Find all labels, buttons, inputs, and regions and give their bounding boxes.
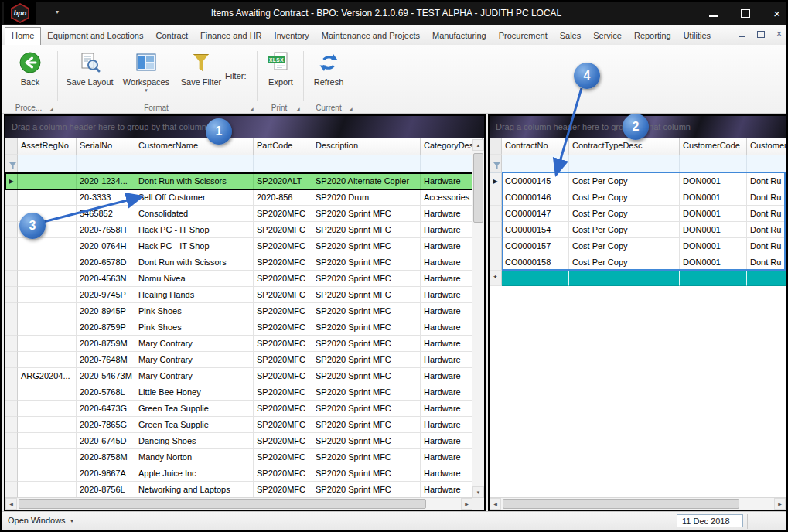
cell-customercode[interactable]: DON0001: [680, 238, 747, 254]
cell-description[interactable]: SP2020 Sprint MFC: [312, 368, 421, 384]
cell-serialno[interactable]: 2020-8759P: [77, 319, 135, 336]
cell-description[interactable]: SP2020 Alternate Copier: [312, 173, 421, 189]
cell-serialno[interactable]: 2020-6578D: [77, 254, 135, 271]
cell-serialno[interactable]: 20-3333: [77, 189, 135, 206]
cell-contracttypedesc[interactable]: [569, 271, 680, 286]
cell-description[interactable]: SP2020 Sprint MFC: [312, 238, 421, 254]
cell-customer[interactable]: [747, 271, 787, 286]
cell-partcode[interactable]: SP2020MFC: [254, 271, 312, 287]
tab-maintenance-and-projects[interactable]: Maintenance and Projects: [316, 27, 426, 45]
filter-cell-serialno[interactable]: [77, 155, 135, 172]
cell-serialno[interactable]: 2020-7648M: [77, 352, 135, 368]
table-row[interactable]: 2020-7658HHack PC - IT ShopSP2020MFCSP20…: [5, 222, 484, 238]
cell-partcode[interactable]: SP2020MFC: [254, 287, 312, 303]
filter-indicator-cell[interactable]: [5, 155, 18, 172]
cell-serialno[interactable]: 2020-6745D: [77, 433, 135, 449]
filter-cell-customername[interactable]: [135, 155, 254, 172]
cell-partcode[interactable]: SP2020MFC: [254, 254, 312, 271]
scrollbar-thumb[interactable]: [19, 499, 426, 509]
cell-description[interactable]: SP2020 Sprint MFC: [312, 271, 421, 287]
cell-assetregno[interactable]: [18, 254, 77, 271]
cell-customer[interactable]: Dont Ru: [747, 238, 787, 254]
filter-cell-contracttypedesc[interactable]: [569, 155, 680, 172]
table-row[interactable]: ▶2020-1234...Dont Run with ScissorsSP202…: [5, 173, 484, 189]
save-filter-button[interactable]: Save Filter: [176, 49, 226, 87]
column-header-customername[interactable]: CustomerName: [135, 138, 254, 155]
filter-cell-assetregno[interactable]: [18, 155, 77, 172]
scrollbar-thumb[interactable]: [473, 153, 483, 223]
refresh-button[interactable]: Refresh: [306, 49, 351, 87]
cell-assetregno[interactable]: [18, 449, 77, 466]
table-row[interactable]: CO0000157Cost Per CopyDON0001Dont Ru: [490, 238, 786, 254]
tab-utilities[interactable]: Utilities: [677, 27, 717, 45]
filter-indicator-cell[interactable]: [490, 155, 502, 172]
vertical-scrollbar[interactable]: ▲ ▼: [472, 139, 484, 498]
cell-serialno[interactable]: 2020-8945P: [77, 303, 135, 319]
cell-description[interactable]: SP2020 Sprint MFC: [312, 352, 421, 368]
table-row[interactable]: 2020-7648MMary ContrarySP2020MFCSP2020 S…: [5, 352, 484, 368]
cell-customername[interactable]: Green Tea Supplie: [135, 401, 254, 417]
scroll-left-icon[interactable]: ◀: [490, 498, 501, 510]
column-header-contractno[interactable]: ContractNo: [502, 138, 569, 155]
cell-serialno[interactable]: 2020-9745P: [77, 287, 135, 303]
cell-customername[interactable]: Healing Hands: [135, 287, 254, 303]
cell-description[interactable]: SP2020 Drum: [312, 189, 421, 206]
table-row[interactable]: 2020-8758MMandy NortonSP2020MFCSP2020 Sp…: [5, 449, 484, 466]
table-row[interactable]: 2020-8759MMary ContrarySP2020MFCSP2020 S…: [5, 336, 484, 352]
tab-inventory[interactable]: Inventory: [268, 27, 316, 45]
cell-contracttypedesc[interactable]: Cost Per Copy: [569, 254, 680, 271]
tab-manufacturing[interactable]: Manufacturing: [426, 27, 493, 45]
cell-customername[interactable]: Mary Contrary: [135, 336, 254, 352]
workspaces-button[interactable]: Workspaces ▾: [119, 49, 173, 94]
cell-customer[interactable]: Dont Ru: [747, 206, 787, 222]
table-row[interactable]: ▶CO0000145Cost Per CopyDON0001Dont Ru: [490, 173, 786, 189]
cell-assetregno[interactable]: [18, 238, 77, 254]
cell-customername[interactable]: Mary Contrary: [135, 368, 254, 384]
cell-partcode[interactable]: SP2020MFC: [254, 206, 312, 222]
minimize-button[interactable]: [709, 15, 718, 17]
cell-assetregno[interactable]: [18, 271, 77, 287]
open-windows-button[interactable]: Open Windows ▼: [8, 516, 75, 525]
column-header-partcode[interactable]: PartCode: [254, 138, 312, 155]
cell-partcode[interactable]: SP2020MFC: [254, 384, 312, 401]
table-row[interactable]: 2020-6745DDancing ShoesSP2020MFCSP2020 S…: [5, 433, 484, 449]
cell-assetregno[interactable]: [18, 401, 77, 417]
cell-customer[interactable]: Dont Ru: [747, 173, 787, 189]
tab-sales[interactable]: Sales: [554, 27, 588, 45]
cell-assetregno[interactable]: [18, 173, 77, 189]
cell-description[interactable]: SP2020 Sprint MFC: [312, 401, 421, 417]
cell-partcode[interactable]: SP2020MFC: [254, 303, 312, 319]
table-row[interactable]: CO0000154Cost Per CopyDON0001Dont Ru: [490, 222, 786, 238]
cell-serialno[interactable]: 2020-4563N: [77, 271, 135, 287]
cell-assetregno[interactable]: [18, 417, 77, 433]
new-row[interactable]: *: [490, 271, 786, 286]
cell-customer[interactable]: Dont Ru: [747, 222, 787, 238]
cell-partcode[interactable]: SP2020MFC: [254, 482, 312, 498]
scroll-left-icon[interactable]: ◀: [5, 498, 17, 510]
column-header-description[interactable]: Description: [312, 138, 421, 155]
table-row[interactable]: 2020-6473GGreen Tea SupplieSP2020MFCSP20…: [5, 401, 484, 417]
cell-contractno[interactable]: CO0000147: [502, 206, 569, 222]
tab-reporting[interactable]: Reporting: [628, 27, 677, 45]
cell-description[interactable]: SP2020 Sprint MFC: [312, 303, 421, 319]
cell-description[interactable]: SP2020 Sprint MFC: [312, 222, 421, 238]
cell-serialno[interactable]: 2020-8759M: [77, 336, 135, 352]
cell-assetregno[interactable]: [18, 482, 77, 498]
date-picker[interactable]: 11 Dec 2018: [677, 514, 743, 527]
cell-contracttypedesc[interactable]: Cost Per Copy: [569, 222, 680, 238]
table-row[interactable]: CO0000146Cost Per CopyDON0001Dont Ru: [490, 189, 786, 206]
cell-contracttypedesc[interactable]: Cost Per Copy: [569, 173, 680, 189]
table-row[interactable]: 2020-5768LLittle Bee HoneySP2020MFCSP202…: [5, 384, 484, 401]
table-row[interactable]: CO0000147Cost Per CopyDON0001Dont Ru: [490, 206, 786, 222]
cell-description[interactable]: SP2020 Sprint MFC: [312, 206, 421, 222]
group-corner-icon[interactable]: ◢: [250, 106, 254, 111]
cell-customercode[interactable]: [680, 271, 747, 286]
cell-partcode[interactable]: SP2020MFC: [254, 417, 312, 433]
maximize-button[interactable]: [741, 9, 750, 18]
filter-cell-customercode[interactable]: [680, 155, 747, 172]
cell-customername[interactable]: Mary Contrary: [135, 352, 254, 368]
cell-contracttypedesc[interactable]: Cost Per Copy: [569, 238, 680, 254]
table-row[interactable]: 2020-8945PPink ShoesSP2020MFCSP2020 Spri…: [5, 303, 484, 319]
cell-serialno[interactable]: 5465852: [77, 206, 135, 222]
cell-description[interactable]: SP2020 Sprint MFC: [312, 319, 421, 336]
